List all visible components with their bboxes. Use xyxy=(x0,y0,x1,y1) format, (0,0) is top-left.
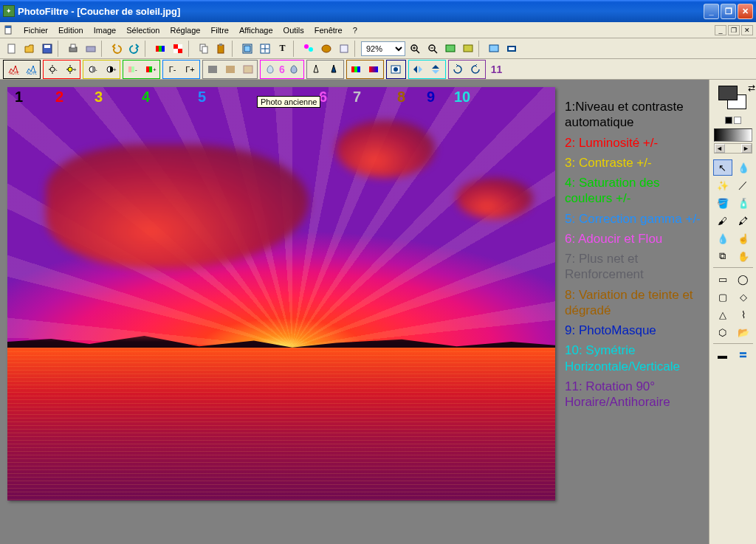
minimize-button[interactable]: _ xyxy=(704,4,719,19)
menu-image[interactable]: Image xyxy=(89,24,121,36)
sel-ellipse-tool[interactable]: ◯ xyxy=(734,271,753,287)
save-button[interactable] xyxy=(38,41,55,57)
rotate-cw-button[interactable] xyxy=(450,61,467,78)
pointer-tool[interactable]: ↖ xyxy=(713,159,732,176)
fullscreen-button[interactable] xyxy=(485,41,502,57)
gamma-minus-button[interactable]: Γ- xyxy=(164,61,181,78)
menu-help[interactable]: ? xyxy=(348,24,362,36)
soften-button[interactable] xyxy=(261,61,278,78)
saturation-plus-button[interactable]: + xyxy=(142,61,159,78)
zoom-100-button[interactable] xyxy=(459,41,476,57)
svg-rect-20 xyxy=(244,46,250,52)
photomask-button[interactable] xyxy=(388,61,405,78)
sharpen-button[interactable] xyxy=(308,61,325,78)
rotate-ccw-button[interactable] xyxy=(467,61,484,78)
sel-lasso-tool[interactable]: ⌇ xyxy=(734,306,753,323)
zoom-fit-button[interactable] xyxy=(441,41,458,57)
brightness-minus-button[interactable]: - xyxy=(44,61,61,78)
sel-diamond-tool[interactable]: ◇ xyxy=(734,289,753,305)
menu-fenetre[interactable]: Fenêtre xyxy=(310,24,347,36)
opt2-tool[interactable]: 〓 xyxy=(734,347,753,363)
maximize-button[interactable]: ❐ xyxy=(721,4,736,19)
swap-colors-icon[interactable]: ⇄ xyxy=(748,83,755,93)
image-canvas[interactable] xyxy=(7,87,555,500)
mdi-minimize[interactable]: _ xyxy=(715,25,726,35)
redo-button[interactable] xyxy=(126,41,142,57)
spray-tool[interactable]: 🧴 xyxy=(734,195,753,211)
svg-rect-51 xyxy=(244,66,252,73)
new-button[interactable] xyxy=(3,41,20,57)
contrast-minus-button[interactable]: - xyxy=(84,61,101,78)
close-button[interactable]: ✕ xyxy=(738,4,753,19)
gamma-plus-button[interactable]: Γ+ xyxy=(182,61,199,78)
color-swatches[interactable]: ⇄ xyxy=(715,84,751,115)
auto-contrast-button[interactable]: AUTO xyxy=(22,61,39,78)
text-button[interactable]: T xyxy=(274,41,291,57)
zoom-select[interactable]: 92% xyxy=(361,41,405,56)
paste-button[interactable] xyxy=(213,41,230,57)
palette-button[interactable] xyxy=(317,41,334,57)
scroll-left[interactable]: ◄ xyxy=(715,144,725,153)
undo-button[interactable] xyxy=(108,41,125,57)
copy-button[interactable] xyxy=(195,41,212,57)
menu-affichage[interactable]: Affichage xyxy=(235,24,278,36)
line-tool[interactable]: ／ xyxy=(734,177,753,193)
slideshow-button[interactable] xyxy=(503,41,520,57)
sel-load-tool[interactable]: 📂 xyxy=(734,324,753,340)
sel-rect-tool[interactable]: ▭ xyxy=(713,271,732,287)
preferences-button[interactable] xyxy=(335,41,352,57)
menu-fichier[interactable]: Fichier xyxy=(19,24,52,36)
tool-grid-2: ▭ ◯ ▢ ◇ △ ⌇ ⬡ 📂 xyxy=(713,267,753,340)
color-picker-button[interactable] xyxy=(300,41,317,57)
sel-roundrect-tool[interactable]: ▢ xyxy=(713,289,732,305)
pipette-tool[interactable]: 💧 xyxy=(734,159,753,176)
grayscale-button[interactable] xyxy=(204,61,221,78)
gradient-strip[interactable] xyxy=(714,128,752,142)
old-photo-button[interactable] xyxy=(239,61,256,78)
scanner-button[interactable] xyxy=(82,41,99,57)
adv-brush-tool[interactable]: 🖍 xyxy=(734,213,753,229)
flip-h-button[interactable] xyxy=(410,61,427,78)
brightness-plus-button[interactable]: + xyxy=(62,61,79,78)
canvas-size-button[interactable] xyxy=(256,41,273,57)
menu-edition[interactable]: Edition xyxy=(54,24,88,36)
opt1-tool[interactable]: ▬ xyxy=(713,347,732,363)
reinforce-button[interactable] xyxy=(326,61,343,78)
mdi-restore[interactable]: ❐ xyxy=(728,25,740,35)
blur-button[interactable] xyxy=(286,61,303,78)
clone-tool[interactable]: ⧉ xyxy=(713,248,732,264)
gradient-button[interactable] xyxy=(365,61,382,78)
open-button[interactable] xyxy=(21,41,38,57)
blur-tool[interactable]: 💧 xyxy=(713,230,732,247)
flip-v-button[interactable] xyxy=(427,61,444,78)
marker-4: 4 xyxy=(142,89,150,106)
gradient-scroll[interactable]: ◄► xyxy=(714,143,752,154)
menu-outils[interactable]: Outils xyxy=(279,24,309,36)
brush-tool[interactable]: 🖌 xyxy=(713,213,732,229)
contrast-plus-button[interactable]: + xyxy=(102,61,119,78)
scroll-tool[interactable]: ✋ xyxy=(734,248,753,264)
sepia-button[interactable] xyxy=(221,61,238,78)
auto-levels-button[interactable]: AUTO xyxy=(4,61,21,78)
zoom-out-button[interactable] xyxy=(424,41,441,57)
fg-color-swatch[interactable] xyxy=(718,86,738,100)
fill-tool[interactable]: 🪣 xyxy=(713,195,732,211)
mdi-close[interactable]: ✕ xyxy=(741,25,753,35)
transparency-button[interactable] xyxy=(169,41,186,57)
menu-filtre[interactable]: Filtre xyxy=(206,24,233,36)
menu-selection[interactable]: Sélection xyxy=(122,24,164,36)
saturation-minus-button[interactable]: - xyxy=(124,61,141,78)
sel-poly-tool[interactable]: ⬡ xyxy=(713,324,732,340)
resize-button[interactable] xyxy=(238,41,255,57)
wand-tool[interactable]: ✨ xyxy=(713,177,732,193)
zoom-in-button[interactable] xyxy=(406,41,423,57)
scroll-right[interactable]: ► xyxy=(741,144,752,153)
menu-reglage[interactable]: Réglage xyxy=(166,24,205,36)
smudge-tool[interactable]: ☝ xyxy=(734,230,753,247)
default-colors[interactable] xyxy=(725,117,741,124)
hue-button[interactable] xyxy=(348,61,365,78)
svg-rect-7 xyxy=(86,47,95,52)
rgb-button[interactable] xyxy=(151,41,168,57)
print-button[interactable] xyxy=(64,41,81,57)
sel-triangle-tool[interactable]: △ xyxy=(713,306,732,323)
